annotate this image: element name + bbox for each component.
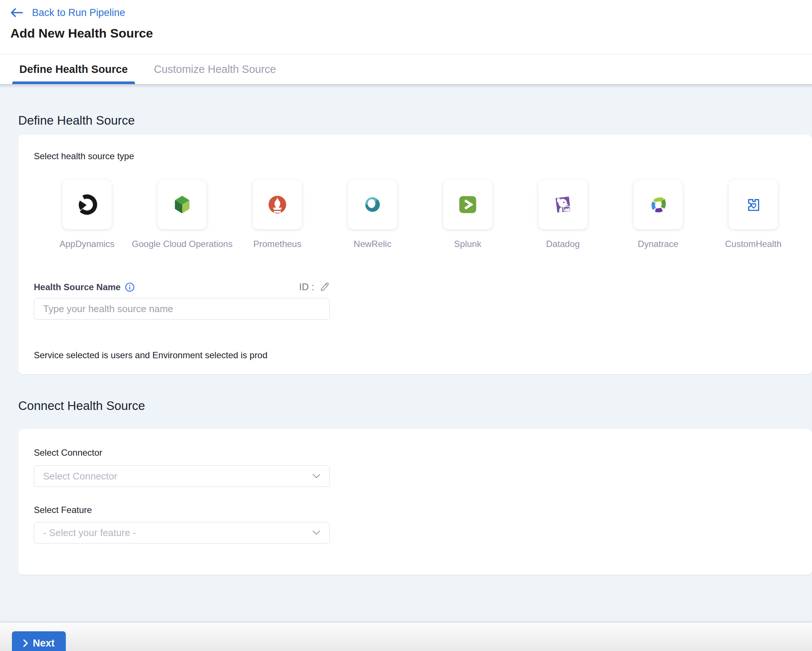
source-type-datadog[interactable]: Datadog bbox=[538, 180, 588, 249]
splunk-icon[interactable] bbox=[443, 180, 492, 229]
prometheus-icon[interactable] bbox=[253, 180, 302, 229]
tab-define-health-source[interactable]: Define Health Source bbox=[12, 54, 135, 84]
back-to-run-pipeline-link[interactable]: Back to Run Pipeline bbox=[32, 7, 125, 18]
source-type-label: Splunk bbox=[454, 239, 481, 249]
service-environment-note: Service selected is users and Environmen… bbox=[34, 350, 797, 361]
define-health-source-card: Select health source type AppDynamics bbox=[18, 134, 812, 374]
source-type-google-cloud-operations[interactable]: Google Cloud Operations bbox=[158, 180, 207, 249]
health-source-name-input[interactable] bbox=[34, 298, 330, 319]
source-type-label: Prometheus bbox=[253, 239, 301, 249]
select-connector-label: Select Connector bbox=[34, 448, 797, 458]
connector-select[interactable]: Select Connector bbox=[34, 465, 330, 487]
source-type-newrelic[interactable]: NewRelic bbox=[348, 180, 397, 249]
edit-id-pencil-icon[interactable] bbox=[319, 282, 330, 292]
source-type-label: Datadog bbox=[546, 239, 580, 249]
chevron-right-icon bbox=[23, 639, 28, 647]
google-cloud-operations-icon[interactable] bbox=[158, 180, 207, 229]
source-type-dynatrace[interactable]: Dynatrace bbox=[633, 180, 682, 249]
source-type-splunk[interactable]: Splunk bbox=[443, 180, 492, 249]
datadog-icon[interactable] bbox=[538, 180, 588, 229]
chevron-down-icon bbox=[312, 474, 321, 479]
source-type-prometheus[interactable]: Prometheus bbox=[253, 180, 302, 249]
info-icon[interactable] bbox=[125, 282, 134, 292]
page-header: Back to Run Pipeline Add New Health Sour… bbox=[0, 0, 812, 84]
source-type-label: CustomHealth bbox=[725, 239, 781, 249]
tab-customize-health-source[interactable]: Customize Health Source bbox=[147, 54, 283, 84]
newrelic-icon[interactable] bbox=[348, 180, 397, 229]
select-feature-label: Select Feature bbox=[34, 505, 797, 515]
next-button[interactable]: Next bbox=[12, 631, 66, 651]
source-type-label: AppDynamics bbox=[60, 239, 114, 249]
back-arrow-icon[interactable] bbox=[11, 8, 23, 17]
footer-bar: Next bbox=[0, 623, 812, 651]
source-type-label: Google Cloud Operations bbox=[132, 239, 233, 249]
dynatrace-icon[interactable] bbox=[633, 180, 682, 229]
customhealth-icon[interactable] bbox=[729, 180, 778, 229]
define-section-heading: Define Health Source bbox=[18, 114, 812, 127]
source-type-label: NewRelic bbox=[354, 239, 391, 249]
content-area: Define Health Source Select health sourc… bbox=[0, 84, 812, 626]
page-title: Add New Health Source bbox=[0, 19, 812, 41]
select-source-type-label: Select health source type bbox=[34, 151, 797, 162]
source-type-customhealth[interactable]: CustomHealth bbox=[729, 180, 778, 249]
feature-select[interactable]: - Select your feature - bbox=[34, 522, 330, 544]
connect-section-heading: Connect Health Source bbox=[18, 399, 812, 413]
source-type-label: Dynatrace bbox=[638, 239, 678, 249]
health-source-name-label: Health Source Name bbox=[34, 282, 134, 292]
chevron-down-icon bbox=[312, 530, 321, 535]
connector-select-placeholder: Select Connector bbox=[43, 471, 117, 482]
connect-health-source-card: Select Connector Select Connector Select… bbox=[18, 429, 812, 575]
source-type-appdynamics[interactable]: AppDynamics bbox=[63, 180, 111, 249]
health-source-type-list: AppDynamics Google Cloud Operations bbox=[63, 180, 797, 249]
appdynamics-icon[interactable] bbox=[63, 180, 111, 229]
tab-bar: Define Health Source Customize Health So… bbox=[0, 54, 812, 84]
id-label: ID : bbox=[299, 281, 314, 293]
feature-select-placeholder: - Select your feature - bbox=[43, 527, 136, 539]
